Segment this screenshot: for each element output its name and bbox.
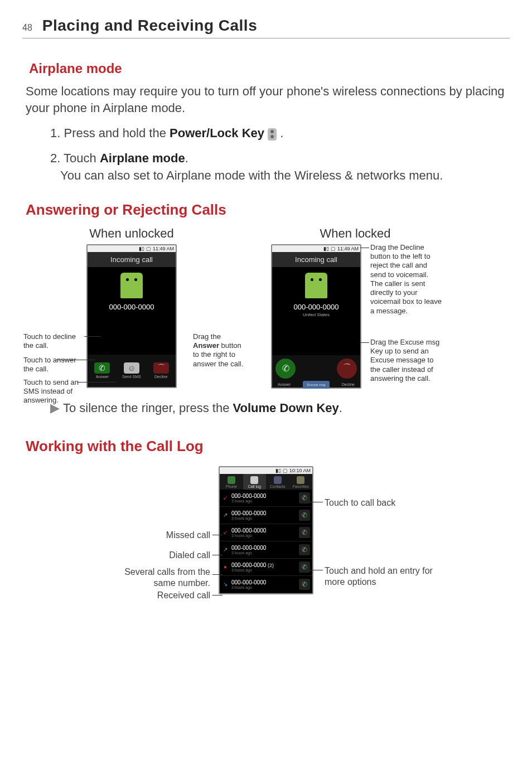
callout-drag-decline: Drag the Decline button to the left to r… <box>370 243 443 316</box>
callout-received: Received call <box>157 590 210 601</box>
num: 000-000-0000 <box>231 493 266 499</box>
callout-line <box>77 382 116 382</box>
decline-button[interactable]: ⌒ Decline <box>146 355 176 387</box>
tab-favorites[interactable]: Favorites <box>289 474 313 490</box>
log-time: 3 hours ago <box>231 534 296 538</box>
step2-prefix: 2. Touch <box>50 151 100 165</box>
signal-icon: ▮▯ <box>323 246 329 251</box>
step2-continuation: You can also set to Airplane mode with t… <box>60 167 510 185</box>
send-sms-button[interactable]: ☺ Send SMS <box>117 355 147 387</box>
caller-location: United States <box>272 312 360 317</box>
callout-line <box>212 535 223 535</box>
phone-decline-icon: ⌒ <box>153 362 169 374</box>
callout-touch-decline: Touch to decline the call. <box>23 332 85 351</box>
battery-icon: ▢ <box>283 468 288 473</box>
call-back-button[interactable]: ✆ <box>299 561 310 573</box>
num: 000-000-0000 <box>231 579 266 585</box>
list-item[interactable]: ↙ 000-000-00003 hours ago ✆ <box>220 524 312 541</box>
callout-line <box>360 342 369 343</box>
android-robot-icon <box>305 273 327 298</box>
status-time: 11:49 AM <box>153 246 174 251</box>
phone-tab-icon <box>228 476 235 484</box>
status-bar: ▮▯ ▢ 11:49 AM <box>272 245 360 252</box>
tab-phone[interactable]: Phone <box>220 474 243 490</box>
incoming-call-label: Incoming call <box>88 252 176 267</box>
incoming-call-label: Incoming call <box>272 252 360 267</box>
caller-number: 000-000-0000 <box>88 303 176 311</box>
received-call-icon: ↘ <box>222 581 229 588</box>
locked-title: When locked <box>204 226 506 241</box>
spacer <box>272 322 360 355</box>
drag-answer-pre: Drag the <box>193 332 221 341</box>
callout-dialed: Dialed call <box>169 550 210 561</box>
callout-line <box>212 574 223 575</box>
tab-contacts[interactable]: Contacts <box>266 474 289 490</box>
caller-area: 000-000-0000 <box>88 267 176 316</box>
calllog-tab-icon <box>250 476 258 484</box>
decline-label: Decline <box>154 375 167 379</box>
slide-area: ✆ ⌒ Answer Decline Excuse msg <box>272 355 360 388</box>
answering-heading: Answering or Rejecting Calls <box>26 201 510 219</box>
callout-touch-answer: Touch to answer the call. <box>23 356 85 374</box>
callout-group: Several calls from the same number. <box>110 567 210 589</box>
step1-prefix: 1. Press and hold the <box>50 126 170 140</box>
airplane-steps: 1. Press and hold the Power/Lock Key . 2… <box>50 125 510 184</box>
excuse-msg-button[interactable]: Excuse msg <box>303 381 330 389</box>
chapter-title: Placing and Receiving Calls <box>42 17 257 35</box>
locked-column: When locked ▮▯ ▢ 11:49 AM Incoming call … <box>249 226 506 389</box>
airplane-mode-heading: Airplane mode <box>29 61 510 76</box>
call-back-button[interactable]: ✆ <box>299 510 310 521</box>
slide-decline-button[interactable]: ⌒ <box>337 359 357 379</box>
calllog-list: ↙ 000-000-00003 hours ago ✆ ↗ 000-000-00… <box>220 490 312 593</box>
list-item[interactable]: ↙ 000-000-00003 hours ago ✆ <box>220 490 312 507</box>
volume-down-key-label: Volume Down Key <box>233 401 339 415</box>
callout-touch-hold: Touch and hold an entry for more options <box>325 565 442 588</box>
log-time: 3 hours ago <box>231 499 296 503</box>
num: 000-000-0000 <box>231 527 266 534</box>
list-item[interactable]: ↗ 000-000-00003 hours ago ✆ <box>220 507 312 524</box>
log-number: 000-000-00003 hours ago <box>231 579 296 589</box>
list-item[interactable]: ↗ 000-000-00003 hours ago ✆ <box>220 541 312 559</box>
callout-touch-sms: Touch to send an SMS instead of answerin… <box>23 378 85 405</box>
calllog-heading: Working with the Call Log <box>26 438 510 455</box>
tab-label: Contacts <box>270 485 286 488</box>
list-item[interactable]: ● 000-000-0000 (2)3 hours ago ✆ <box>220 559 312 576</box>
sms-label: Send SMS <box>122 375 141 379</box>
log-number: 000-000-0000 (2)3 hours ago <box>231 562 296 572</box>
calllog-phone: ▮▯ ▢ 10:10 AM Phone Call log Contacts Fa… <box>219 466 313 594</box>
slide-answer-button[interactable]: ✆ <box>275 359 296 379</box>
missed-call-icon: ↙ <box>222 495 229 501</box>
log-number: 000-000-00003 hours ago <box>231 510 296 520</box>
call-back-button[interactable]: ✆ <box>299 527 310 538</box>
callout-missed: Missed call <box>166 530 210 541</box>
favorites-tab-icon <box>297 476 304 484</box>
callout-line <box>309 502 323 502</box>
drag-answer-bold: Answer <box>193 341 219 350</box>
spacer <box>88 316 176 355</box>
num: 000-000-0000 <box>231 562 266 568</box>
callout-line <box>212 555 223 555</box>
airplane-step-1: 1. Press and hold the Power/Lock Key . <box>50 125 510 142</box>
phone-answer-icon: ✆ <box>94 362 110 374</box>
tab-call-log[interactable]: Call log <box>243 474 267 490</box>
callout-call-back: Touch to call back <box>325 497 395 509</box>
call-back-button[interactable]: ✆ <box>299 579 310 590</box>
log-number: 000-000-00003 hours ago <box>231 545 296 555</box>
locked-phone: ▮▯ ▢ 11:49 AM Incoming call 000-000-0000… <box>271 244 361 389</box>
step1-suffix: . <box>277 126 283 140</box>
caller-number: 000-000-0000 <box>272 303 360 311</box>
dialed-call-icon: ↗ <box>222 546 229 553</box>
silence-post: . <box>339 401 342 415</box>
call-back-button[interactable]: ✆ <box>299 492 310 503</box>
unlocked-phone: ▮▯ ▢ 11:49 AM Incoming call 000-000-0000… <box>86 244 177 388</box>
answering-diagram: When unlocked ▮▯ ▢ 11:49 AM Incoming cal… <box>26 226 506 389</box>
call-back-button[interactable]: ✆ <box>299 544 310 555</box>
log-count: (2) <box>268 563 274 568</box>
log-number: 000-000-00003 hours ago <box>231 493 296 503</box>
status-bar: ▮▯ ▢ 10:10 AM <box>220 467 312 474</box>
list-item[interactable]: ↘ 000-000-00003 hours ago ✆ <box>220 576 312 593</box>
callout-line <box>360 248 369 248</box>
page-number: 48 <box>22 23 32 33</box>
missed-call-icon: ↙ <box>222 529 229 536</box>
callout-excuse-msg: Drag the Excuse msg Key up to send an Ex… <box>370 338 446 383</box>
